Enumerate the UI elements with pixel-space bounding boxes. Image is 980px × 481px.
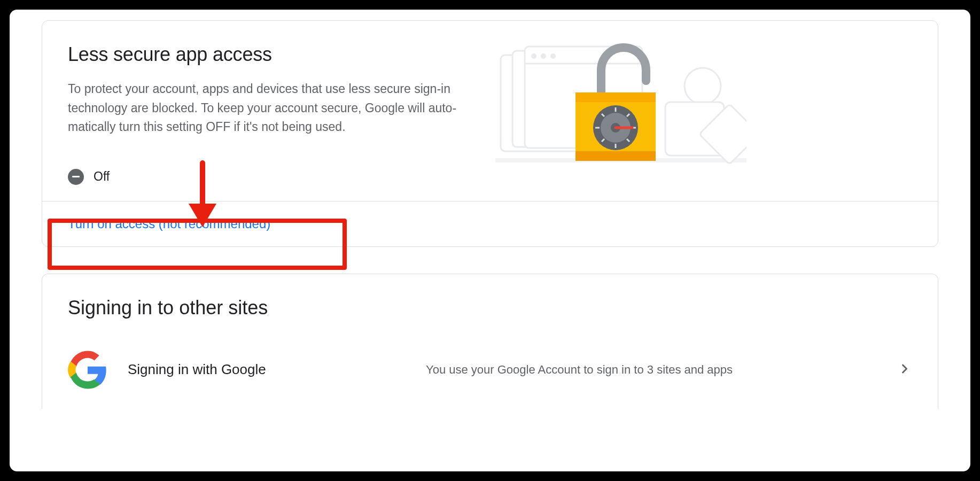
unlocked-padlock-illustration (495, 43, 746, 172)
svg-rect-13 (575, 151, 656, 161)
chevron-right-icon (897, 361, 912, 378)
signing-in-title: Signing in to other sites (42, 274, 938, 346)
signing-in-row-description: You use your Google Account to sign in t… (426, 361, 877, 378)
google-logo-icon (68, 350, 107, 390)
card-title: Less secure app access (68, 43, 474, 66)
signing-in-other-sites-card: Signing in to other sites Signing in wit… (42, 274, 938, 409)
svg-point-4 (541, 53, 546, 59)
signing-in-with-google-row[interactable]: Signing in with Google You use your Goog… (42, 346, 938, 409)
less-secure-app-access-card: Less secure app access To protect your a… (42, 20, 938, 247)
svg-point-3 (531, 53, 536, 59)
status-row: Off (68, 169, 474, 185)
card-text-column: Less secure app access To protect your a… (68, 43, 474, 185)
card-top-section: Less secure app access To protect your a… (42, 21, 938, 201)
card-action-section: Turn on access (not recommended) (42, 201, 938, 246)
off-status-icon (68, 169, 84, 185)
status-label: Off (94, 169, 110, 184)
svg-rect-12 (575, 92, 656, 102)
settings-page: Less secure app access To protect your a… (10, 10, 970, 471)
turn-on-access-link[interactable]: Turn on access (not recommended) (42, 201, 296, 246)
card-description: To protect your account, apps and device… (68, 80, 474, 137)
svg-point-8 (685, 68, 721, 104)
svg-point-5 (550, 53, 556, 59)
signing-in-row-label: Signing in with Google (128, 361, 406, 378)
